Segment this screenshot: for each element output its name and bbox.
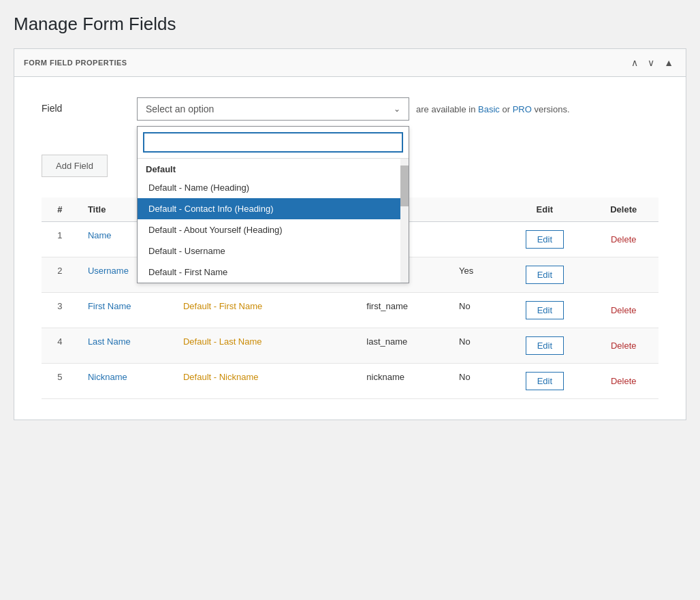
- edit-button[interactable]: Edit: [526, 372, 564, 390]
- cell-num: 5: [42, 364, 78, 399]
- info-or: or: [503, 104, 513, 114]
- page-title: Manage Form Fields: [14, 14, 686, 35]
- dropdown-group-label: Default: [138, 159, 409, 177]
- select-placeholder-text: Select an option: [146, 104, 214, 114]
- col-num: #: [42, 198, 78, 222]
- cell-required: No: [449, 364, 500, 399]
- dropdown-item-0[interactable]: Default - Name (Heading): [138, 177, 409, 198]
- info-text: are available in Basic or PRO versions.: [416, 97, 570, 116]
- delete-link[interactable]: Delete: [598, 301, 649, 315]
- cell-type: Default - Last Name: [174, 328, 357, 364]
- delete-link[interactable]: Delete: [598, 230, 649, 244]
- field-select-trigger[interactable]: Select an option ⌄: [137, 97, 409, 121]
- form-field-properties-panel: FORM FIELD PROPERTIES ∧ ∨ ▲ Field Select…: [14, 48, 686, 420]
- info-prefix: are available in: [416, 104, 475, 114]
- table-row: 3 First Name Default - First Name first_…: [42, 293, 658, 328]
- cell-title: Nickname: [78, 364, 174, 399]
- dropdown-item-4[interactable]: Default - First Name: [138, 262, 409, 283]
- col-delete: Delete: [588, 198, 658, 222]
- dropdown-item-1[interactable]: Default - Contact Info (Heading): [138, 198, 409, 219]
- cell-required: No: [449, 293, 500, 328]
- collapse-down-button[interactable]: ∨: [645, 56, 657, 69]
- cell-delete: Delete: [588, 328, 658, 364]
- expand-button[interactable]: ▲: [661, 56, 676, 69]
- cell-delete: Delete: [588, 222, 658, 257]
- cell-edit: Edit: [500, 328, 588, 364]
- panel-body: Field Select an option ⌄ Default Default…: [14, 77, 686, 420]
- chevron-down-icon: ⌄: [394, 104, 400, 114]
- scrollbar-track: [400, 159, 409, 283]
- delete-link[interactable]: Delete: [598, 336, 649, 351]
- col-edit: Edit: [500, 198, 588, 222]
- page-wrapper: Manage Form Fields FORM FIELD PROPERTIES…: [0, 0, 700, 434]
- cell-slug: first_name: [357, 293, 449, 328]
- add-field-button[interactable]: Add Field: [42, 155, 108, 177]
- cell-required: Yes: [449, 257, 500, 293]
- dropdown-item-3[interactable]: Default - Username: [138, 240, 409, 262]
- basic-link[interactable]: Basic: [478, 104, 500, 114]
- cell-edit: Edit: [500, 257, 588, 293]
- cell-num: 1: [42, 222, 78, 257]
- col-required: [449, 198, 500, 222]
- cell-slug: nickname: [357, 364, 449, 399]
- panel-header-controls: ∧ ∨ ▲: [629, 56, 676, 69]
- cell-num: 4: [42, 328, 78, 364]
- field-label: Field: [42, 97, 137, 114]
- cell-required: No: [449, 328, 500, 364]
- cell-slug: last_name: [357, 328, 449, 364]
- table-row: 5 Nickname Default - Nickname nickname N…: [42, 364, 658, 399]
- cell-title: Last Name: [78, 328, 174, 364]
- panel-header-title: FORM FIELD PROPERTIES: [24, 59, 127, 67]
- cell-delete: Delete: [588, 293, 658, 328]
- cell-delete: Delete: [588, 364, 658, 399]
- cell-edit: Edit: [500, 293, 588, 328]
- cell-edit: Edit: [500, 364, 588, 399]
- dropdown-search-input[interactable]: [143, 132, 403, 153]
- cell-delete: [588, 257, 658, 293]
- cell-num: 3: [42, 293, 78, 328]
- cell-num: 2: [42, 257, 78, 293]
- edit-button[interactable]: Edit: [526, 230, 564, 249]
- cell-type: Default - Nickname: [174, 364, 357, 399]
- info-suffix: versions.: [534, 104, 569, 114]
- table-row: 4 Last Name Default - Last Name last_nam…: [42, 328, 658, 364]
- dropdown-search: [138, 127, 409, 159]
- dropdown-list: Default Default - Name (Heading) Default…: [138, 159, 409, 283]
- cell-type: Default - First Name: [174, 293, 357, 328]
- panel-header: FORM FIELD PROPERTIES ∧ ∨ ▲: [14, 49, 686, 77]
- dropdown-container: Default Default - Name (Heading) Default…: [137, 126, 409, 283]
- cell-edit: Edit: [500, 222, 588, 257]
- edit-button[interactable]: Edit: [526, 301, 564, 319]
- cell-title: First Name: [78, 293, 174, 328]
- cell-required: [449, 222, 500, 257]
- collapse-up-button[interactable]: ∧: [629, 56, 641, 69]
- edit-button[interactable]: Edit: [526, 336, 564, 355]
- dropdown-item-2[interactable]: Default - About Yourself (Heading): [138, 219, 409, 240]
- pro-link[interactable]: PRO: [513, 104, 532, 114]
- scrollbar-thumb[interactable]: [400, 165, 409, 206]
- field-row: Field Select an option ⌄ Default Default…: [42, 97, 658, 121]
- field-control: Select an option ⌄ Default Default - Nam…: [137, 97, 409, 121]
- delete-link[interactable]: Delete: [598, 372, 649, 386]
- edit-button[interactable]: Edit: [526, 266, 564, 284]
